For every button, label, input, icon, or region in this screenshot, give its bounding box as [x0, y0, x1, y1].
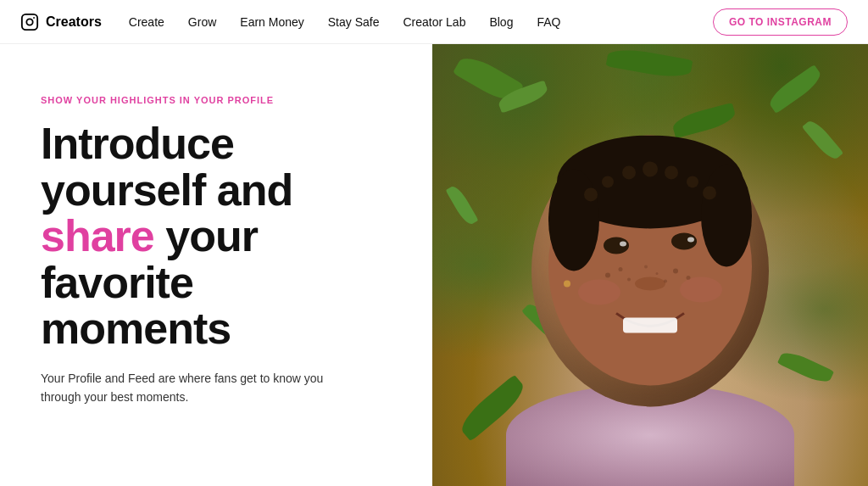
svg-point-11 [605, 272, 610, 277]
nav-link-stay-safe[interactable]: Stay Safe [328, 15, 380, 29]
headline-accent: share [41, 211, 154, 260]
svg-point-28 [665, 165, 678, 179]
nav-links: Create Grow Earn Money Stay Safe Creator… [129, 15, 713, 29]
svg-point-24 [584, 187, 598, 201]
svg-point-2 [33, 17, 35, 19]
svg-point-1 [26, 19, 32, 25]
svg-point-27 [643, 161, 658, 176]
svg-point-26 [622, 165, 636, 179]
svg-point-7 [620, 241, 626, 246]
svg-point-19 [578, 279, 620, 304]
nav-link-earn-money[interactable]: Earn Money [240, 15, 303, 29]
nav-link-blog[interactable]: Blog [489, 15, 513, 29]
svg-point-13 [627, 277, 631, 281]
freckles-overlay [531, 135, 769, 406]
svg-point-16 [664, 279, 667, 282]
hero-headline: Introduce yourself and share your favori… [41, 120, 392, 352]
hero-eyebrow: SHOW YOUR HIGHLIGHTS IN YOUR PROFILE [41, 95, 392, 105]
hero-photo [432, 44, 868, 486]
svg-point-23 [701, 165, 752, 266]
svg-point-17 [644, 265, 648, 268]
hero-left-panel: SHOW YOUR HIGHLIGHTS IN YOUR PROFILE Int… [0, 44, 432, 486]
face-element [531, 135, 769, 406]
headline-part1: Introduce yourself and [41, 119, 292, 215]
svg-point-14 [673, 268, 678, 273]
svg-point-20 [680, 277, 722, 302]
svg-point-18 [656, 271, 659, 274]
main-content: SHOW YOUR HIGHLIGHTS IN YOUR PROFILE Int… [0, 44, 868, 486]
svg-point-31 [564, 280, 570, 287]
svg-point-29 [687, 176, 698, 187]
nav-link-create[interactable]: Create [129, 15, 164, 29]
nav-link-grow[interactable]: Grow [188, 15, 216, 29]
svg-point-9 [635, 277, 665, 290]
brand-label: Creators [46, 14, 102, 30]
svg-point-25 [602, 176, 614, 187]
svg-rect-10 [623, 317, 677, 332]
svg-point-30 [703, 186, 716, 199]
svg-rect-0 [22, 14, 37, 29]
hero-subtext: Your Profile and Feed are where fans get… [41, 369, 363, 407]
hero-image-panel [432, 44, 868, 486]
instagram-icon [20, 13, 39, 31]
nav-link-creator-lab[interactable]: Creator Lab [403, 15, 465, 29]
navbar: Creators Create Grow Earn Money Stay Saf… [0, 0, 868, 44]
svg-point-22 [548, 169, 599, 271]
brand-logo[interactable]: Creators [20, 13, 102, 31]
goto-instagram-button[interactable]: GO TO INSTAGRAM [713, 8, 848, 36]
svg-point-8 [687, 237, 694, 242]
svg-point-12 [619, 266, 623, 271]
nav-link-faq[interactable]: FAQ [537, 15, 560, 29]
